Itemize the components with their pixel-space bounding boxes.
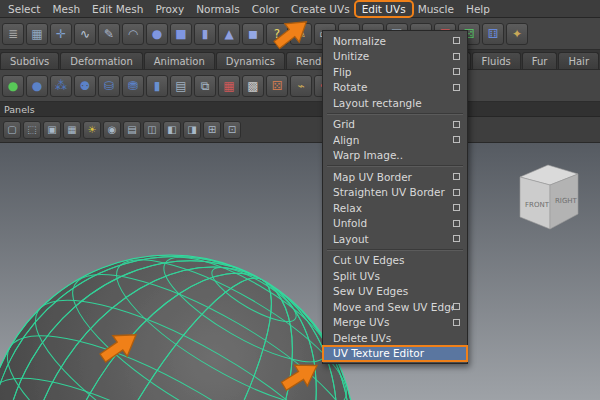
- icon-glyph: ◧: [167, 125, 176, 135]
- option-box-icon[interactable]: [453, 136, 460, 143]
- panels-menu[interactable]: Panels: [4, 104, 35, 115]
- menu-item-uv-texture-editor[interactable]: UV Texture Editor: [323, 346, 467, 362]
- option-box-icon[interactable]: [453, 220, 460, 227]
- shaded-cube-icon[interactable]: ▣: [43, 121, 61, 139]
- graph-icon[interactable]: ⧉: [194, 75, 216, 97]
- icon-glyph: ◠: [128, 28, 138, 40]
- shelf-tab[interactable]: Fur: [522, 52, 558, 69]
- select-by-object-icon[interactable]: ▢: [3, 121, 21, 139]
- icon-glyph: ∿: [80, 28, 90, 40]
- menu-select[interactable]: Select: [2, 2, 46, 16]
- menu-item-align[interactable]: Align: [323, 132, 467, 148]
- shelf-tab[interactable]: Hair: [558, 52, 599, 69]
- shelf-tab[interactable]: Dynamics: [216, 52, 285, 69]
- camera-icon[interactable]: ◉: [103, 121, 121, 139]
- option-box-icon[interactable]: [453, 68, 460, 75]
- move-tool-icon[interactable]: ✛: [50, 23, 72, 45]
- option-box-icon[interactable]: [453, 37, 460, 44]
- option-box-icon[interactable]: [453, 173, 460, 180]
- red-checker-cube-icon[interactable]: ▦: [218, 75, 240, 97]
- shelf-tab[interactable]: Deformation: [60, 52, 142, 69]
- light-icon[interactable]: ☀: [83, 121, 101, 139]
- lattice-icon[interactable]: ▤: [170, 75, 192, 97]
- shelf-tab[interactable]: Fluids: [472, 52, 521, 69]
- menu-proxy[interactable]: Proxy: [149, 2, 190, 16]
- menu-item-layout-rectangle[interactable]: Layout rectangle: [323, 95, 467, 111]
- dice-blue-icon[interactable]: ⚅: [482, 23, 504, 45]
- film-gate-icon[interactable]: ◫: [143, 121, 161, 139]
- menu-item-layout[interactable]: Layout: [323, 231, 467, 247]
- option-box-icon[interactable]: [453, 121, 460, 128]
- menu-item-unitize[interactable]: Unitize: [323, 49, 467, 65]
- menu-item-delete-uvs[interactable]: Delete UVs: [323, 330, 467, 346]
- checker-icon[interactable]: ▩: [242, 75, 264, 97]
- grid-snap-icon[interactable]: ▦: [26, 23, 48, 45]
- shelf-tab[interactable]: Animation: [144, 52, 215, 69]
- poly-plane-icon[interactable]: ◼: [242, 23, 264, 45]
- menu-color[interactable]: Color: [246, 2, 285, 16]
- icon-glyph: ⁂: [55, 80, 67, 92]
- menu-item-split-uvs[interactable]: Split UVs: [323, 268, 467, 284]
- sphere-group-icon[interactable]: ⚉: [74, 75, 96, 97]
- shelf-tab-label: Animation: [154, 56, 205, 67]
- option-box-icon[interactable]: [453, 53, 460, 60]
- option-box-icon[interactable]: [453, 204, 460, 211]
- safe-action-icon[interactable]: ⊡: [223, 121, 241, 139]
- option-box-icon[interactable]: [453, 303, 460, 310]
- gate-mask-icon[interactable]: ◨: [183, 121, 201, 139]
- poly-cube-icon[interactable]: ■: [170, 23, 192, 45]
- green-sphere-icon[interactable]: ●: [2, 75, 24, 97]
- field-chart-icon[interactable]: ⊞: [203, 121, 221, 139]
- menu-item-map-uv-border[interactable]: Map UV Border: [323, 169, 467, 185]
- arc-tool-icon[interactable]: ◠: [122, 23, 144, 45]
- shelf-tab[interactable]: Subdivs: [0, 52, 59, 69]
- cylinder-icon[interactable]: ▮: [146, 75, 168, 97]
- menu-mesh[interactable]: Mesh: [46, 2, 86, 16]
- option-box-icon[interactable]: [453, 84, 460, 91]
- menu-help[interactable]: Help: [460, 2, 496, 16]
- curve-tool-icon[interactable]: ∿: [74, 23, 96, 45]
- spray-icon[interactable]: ✦: [506, 23, 528, 45]
- option-box-icon[interactable]: [453, 319, 460, 326]
- magnet-icon[interactable]: ⌁: [290, 75, 312, 97]
- blue-sphere-icon[interactable]: ●: [26, 75, 48, 97]
- menu-item-merge-uvs[interactable]: Merge UVs: [323, 315, 467, 331]
- view-cube-right-label: RIGHT: [555, 197, 578, 205]
- pencil-curve-icon[interactable]: ✎: [98, 23, 120, 45]
- menu-edit-mesh[interactable]: Edit Mesh: [86, 2, 149, 16]
- sphere-cluster-icon[interactable]: ⁂: [50, 75, 72, 97]
- menu-normals[interactable]: Normals: [190, 2, 245, 16]
- menu-item-normalize[interactable]: Normalize: [323, 33, 467, 49]
- poly-sphere-icon[interactable]: ●: [146, 23, 168, 45]
- menu-item-move-and-sew-uv-edges[interactable]: Move and Sew UV Edges: [323, 299, 467, 315]
- color-cube-icon[interactable]: ⚄: [266, 75, 288, 97]
- menu-item-cut-uv-edges[interactable]: Cut UV Edges: [323, 253, 467, 269]
- icon-glyph: ☀: [88, 125, 97, 135]
- resolution-gate-icon[interactable]: ◧: [163, 121, 181, 139]
- grid-toggle-icon[interactable]: ▤: [123, 121, 141, 139]
- cylinder-stack-icon[interactable]: ⛁: [98, 75, 120, 97]
- shelf-arrows-icon[interactable]: ≣: [2, 23, 24, 45]
- menu-muscle[interactable]: Muscle: [412, 2, 460, 16]
- menu-item-relax[interactable]: Relax: [323, 200, 467, 216]
- poly-cone-icon[interactable]: ▲: [218, 23, 240, 45]
- menu-item-straighten-uv-border[interactable]: Straighten UV Border: [323, 185, 467, 201]
- view-cube[interactable]: FRONT RIGHT: [512, 161, 586, 239]
- wireframe-cube-icon[interactable]: ⬚: [23, 121, 41, 139]
- shelf-tabs-left: SubdivsDeformationAnimationDynamicsRende…: [0, 52, 358, 69]
- menu-item-flip[interactable]: Flip: [323, 64, 467, 80]
- icon-glyph: ▦: [67, 125, 76, 135]
- option-box-icon[interactable]: [453, 189, 460, 196]
- menu-item-warp-image[interactable]: Warp Image..: [323, 148, 467, 164]
- menu-edit-uvs[interactable]: Edit UVs: [356, 2, 412, 16]
- menu-item-grid[interactable]: Grid: [323, 117, 467, 133]
- menu-item-label: Cut UV Edges: [333, 254, 460, 266]
- poly-cylinder-icon[interactable]: ▮: [194, 23, 216, 45]
- menu-item-label: Merge UVs: [333, 316, 453, 328]
- option-box-icon[interactable]: [453, 235, 460, 242]
- menu-item-sew-uv-edges[interactable]: Sew UV Edges: [323, 284, 467, 300]
- menu-item-unfold[interactable]: Unfold: [323, 216, 467, 232]
- textured-cube-icon[interactable]: ▦: [63, 121, 81, 139]
- menu-item-rotate[interactable]: Rotate: [323, 80, 467, 96]
- cylinder-pair-icon[interactable]: ⛃: [122, 75, 144, 97]
